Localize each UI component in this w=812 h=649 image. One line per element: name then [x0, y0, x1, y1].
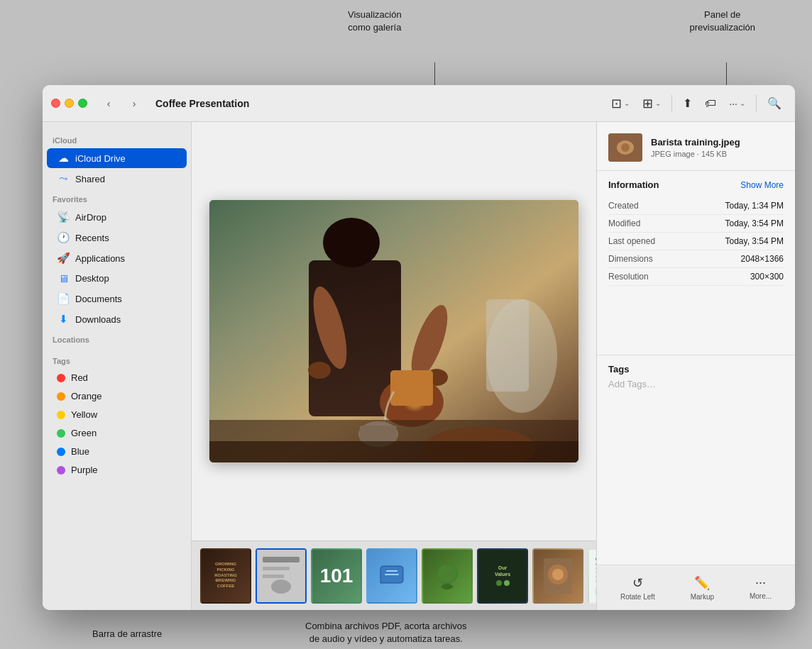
- thumbnail-strip: GROWINGPICKINGROASTINGBREWINGCOFFEE: [192, 540, 596, 610]
- svg-point-24: [441, 584, 453, 589]
- downloads-icon: ⬇: [57, 313, 70, 326]
- svg-point-38: [621, 143, 630, 152]
- orange-tag-dot: [57, 392, 65, 401]
- preview-info: Information Show More Created Today, 1:3…: [597, 171, 795, 355]
- preview-panel: Barista training.jpeg JPEG image · 145 K…: [596, 122, 795, 610]
- sidebar-item-applications[interactable]: 🚀 Applications: [47, 248, 187, 268]
- created-value: Today, 1:34 PM: [725, 201, 784, 211]
- gallery-chevron-icon: ⌄: [624, 99, 630, 107]
- sidebar-item-shared[interactable]: ⤳ Shared: [47, 169, 187, 189]
- minimize-button[interactable]: [65, 99, 74, 108]
- svg-rect-18: [263, 567, 290, 570]
- preview-spacer: [597, 398, 795, 565]
- thumbnail-1[interactable]: GROWINGPICKINGROASTINGBREWINGCOFFEE: [200, 548, 251, 604]
- info-header: Information: [608, 179, 659, 190]
- info-row-dimensions: Dimensions 2048×1366: [608, 250, 784, 268]
- fullscreen-button[interactable]: [78, 99, 87, 108]
- svg-point-20: [271, 579, 291, 594]
- locations-header: Locations: [43, 330, 191, 347]
- sidebar-item-icloud-drive[interactable]: ☁ iCloud Drive: [47, 148, 187, 168]
- info-row-created: Created Today, 1:34 PM: [608, 197, 784, 215]
- more-icon: ···: [729, 98, 737, 109]
- more-button[interactable]: ··· More...: [741, 571, 780, 604]
- sidebar-item-desktop[interactable]: 🖥 Desktop: [47, 269, 187, 288]
- tag-icon: 🏷: [705, 97, 716, 110]
- purple-tag-dot: [57, 466, 65, 475]
- more-actions-icon: ···: [755, 575, 766, 590]
- svg-rect-17: [263, 557, 300, 562]
- share-button[interactable]: ⬆: [678, 94, 697, 113]
- rotate-left-label: Rotate Left: [620, 593, 655, 601]
- icloud-header: iCloud: [43, 131, 191, 148]
- rotate-left-icon: ↺: [632, 575, 643, 591]
- svg-rect-13: [209, 441, 578, 462]
- modified-value: Today, 3:54 PM: [725, 218, 784, 228]
- green-tag-dot: [57, 429, 65, 438]
- svg-rect-21: [386, 570, 397, 572]
- airdrop-icon: 📡: [57, 211, 70, 223]
- sidebar-item-tag-purple[interactable]: Purple: [47, 461, 187, 479]
- sidebar-item-tag-red[interactable]: Red: [47, 369, 187, 387]
- sidebar-item-downloads[interactable]: ⬇ Downloads: [47, 309, 187, 329]
- more-options-button[interactable]: ··· ⌄: [724, 95, 750, 112]
- thumbnail-5[interactable]: [422, 548, 473, 604]
- window-title: Coffee Presentation: [155, 98, 249, 109]
- more-chevron-icon: ⌄: [740, 99, 745, 107]
- sidebar-item-tag-green[interactable]: Green: [47, 424, 187, 442]
- preview-file-header: Barista training.jpeg JPEG image · 145 K…: [597, 122, 795, 171]
- toolbar-divider: [671, 95, 672, 112]
- forward-button[interactable]: ›: [124, 94, 144, 113]
- back-button[interactable]: ‹: [99, 94, 119, 113]
- thumbnail-8[interactable]: [588, 548, 596, 604]
- preview-filename: Barista training.jpeg: [651, 137, 784, 149]
- favorites-header: Favorites: [43, 189, 191, 206]
- view-grid-icon: ⊞: [642, 96, 653, 111]
- traffic-lights: [51, 99, 87, 108]
- last-opened-value: Today, 3:54 PM: [725, 236, 784, 246]
- yellow-tag-dot: [57, 411, 65, 419]
- svg-point-5: [308, 362, 331, 379]
- sidebar-item-tag-yellow[interactable]: Yellow: [47, 406, 187, 423]
- sidebar-item-airdrop[interactable]: 📡 AirDrop: [47, 207, 187, 227]
- view-options-button[interactable]: ⊞ ⌄: [637, 93, 666, 114]
- show-more-button[interactable]: Show More: [740, 180, 784, 190]
- created-label: Created: [608, 201, 639, 211]
- tags-button[interactable]: 🏷: [700, 94, 721, 113]
- markup-label: Markup: [691, 593, 714, 601]
- svg-rect-19: [263, 575, 284, 578]
- last-opened-label: Last opened: [608, 236, 655, 246]
- sidebar-item-tag-orange[interactable]: Orange: [47, 387, 187, 405]
- blue-tag-dot: [57, 448, 65, 456]
- preview-actions: ↺ Rotate Left ✏️ Markup ··· More...: [597, 565, 795, 610]
- dimensions-label: Dimensions: [608, 254, 653, 264]
- more-label: More...: [750, 592, 772, 600]
- thumbnail-3[interactable]: 101: [311, 548, 362, 604]
- documents-icon: 📄: [57, 292, 70, 305]
- toolbar-divider-2: [756, 95, 757, 112]
- recents-icon: 🕐: [57, 231, 70, 244]
- svg-rect-22: [385, 574, 399, 575]
- sidebar-item-recents[interactable]: 🕐 Recents: [47, 228, 187, 248]
- tags-header: Tags: [608, 364, 784, 375]
- window-body: iCloud ☁ iCloud Drive ⤳ Shared Favorites…: [43, 122, 795, 610]
- thumbnail-6[interactable]: Our Values: [477, 548, 528, 604]
- thumbnail-7[interactable]: [532, 548, 583, 604]
- modified-label: Modified: [608, 218, 640, 228]
- dimensions-value: 2048×1366: [741, 254, 784, 264]
- sidebar-item-tag-blue[interactable]: Blue: [47, 443, 187, 460]
- add-tags-field[interactable]: Add Tags…: [608, 379, 784, 389]
- thumbnail-2[interactable]: [256, 548, 307, 604]
- gallery-image: [209, 200, 578, 462]
- markup-button[interactable]: ✏️ Markup: [682, 571, 723, 605]
- sidebar-item-documents[interactable]: 📄 Documents: [47, 289, 187, 309]
- search-button[interactable]: 🔍: [762, 94, 786, 113]
- thumbnail-4[interactable]: [366, 548, 417, 604]
- gallery-view-button[interactable]: ⊡ ⌄: [606, 93, 635, 114]
- close-button[interactable]: [51, 99, 60, 108]
- share-icon: ⬆: [683, 96, 692, 110]
- gallery-main[interactable]: [192, 122, 596, 540]
- desktop-icon: 🖥: [57, 272, 70, 284]
- rotate-left-button[interactable]: ↺ Rotate Left: [612, 571, 664, 605]
- info-header-row: Information Show More: [608, 179, 784, 190]
- preview-thumbnail: [608, 133, 642, 162]
